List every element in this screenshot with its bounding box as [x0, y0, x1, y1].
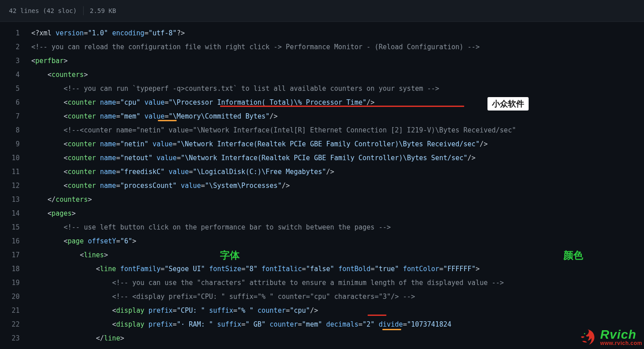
code-line[interactable]: 10 <counter name="netout" value="\Networ…	[0, 151, 644, 165]
line-number[interactable]: 8	[0, 123, 31, 137]
line-code: <counter name="freediskC" value="\Logica…	[31, 165, 644, 179]
code-viewer[interactable]: 1<?xml version="1.0" encoding="utf-8"?>2…	[0, 22, 644, 345]
code-line[interactable]: 13 </counters>	[0, 193, 644, 207]
token-pi	[153, 154, 157, 162]
line-number[interactable]: 6	[0, 96, 31, 110]
token-ang: <	[64, 112, 68, 120]
token-tag: line	[104, 334, 120, 342]
code-line[interactable]: 20 <!-- <display prefix="CPU: " suffix="…	[0, 290, 644, 304]
line-number[interactable]: 1	[0, 26, 31, 40]
line-number[interactable]: 23	[0, 332, 31, 345]
code-line[interactable]: 22 <display prefix="· RAM: " suffix=" GB…	[0, 318, 644, 332]
watermark-url: www.rvich.com	[600, 340, 642, 346]
code-line[interactable]: 5 <!-- you can run `typeperf -q>counters…	[0, 82, 644, 96]
line-number[interactable]: 7	[0, 110, 31, 123]
token-ang: =	[201, 182, 205, 190]
token-str: "netout"	[120, 154, 153, 162]
token-pi	[165, 168, 169, 176]
token-ang: =	[116, 112, 120, 120]
code-line[interactable]: 6 <counter name="cpu" value="\Processor …	[0, 96, 644, 110]
token-attr: fontItalic	[262, 265, 302, 273]
token-str: "mem"	[302, 320, 322, 328]
file-info-header: 42 lines (42 sloc) 2.59 KB	[0, 0, 644, 22]
token-ang: >	[64, 57, 68, 65]
line-number[interactable]: 18	[0, 262, 31, 276]
token-ang: />	[270, 112, 278, 120]
token-ang: =	[165, 98, 169, 106]
token-attr: suffix	[209, 306, 233, 315]
line-number[interactable]: 9	[0, 137, 31, 151]
token-str: "2"	[363, 320, 375, 328]
code-line[interactable]: 7 <counter name="mem" value="\Memory\Com…	[0, 110, 644, 123]
line-number[interactable]: 19	[0, 276, 31, 290]
code-line[interactable]: 4 <counters>	[0, 68, 644, 82]
code-line[interactable]: 12 <counter name="processCount" value="\…	[0, 179, 644, 193]
token-tag: lines	[84, 251, 104, 259]
token-ang: =	[189, 168, 193, 176]
line-number[interactable]: 21	[0, 304, 31, 318]
token-str: "cpu"	[290, 306, 310, 315]
token-tag: page	[68, 237, 88, 245]
token-ang: =	[403, 320, 407, 328]
line-number[interactable]: 5	[0, 82, 31, 96]
code-line[interactable]: 23 </line>	[0, 332, 644, 345]
token-str: "\Network Interface(Realtek PCIe GBE Fam…	[181, 154, 467, 162]
token-str: "6"	[120, 237, 132, 245]
token-attr: counter	[270, 320, 298, 328]
code-line[interactable]: 8 <!--<counter name="netin" value="\Netw…	[0, 123, 644, 137]
token-ang: <	[64, 98, 68, 106]
code-line[interactable]: 21 <display prefix="CPU: " suffix="% " c…	[0, 304, 644, 318]
token-tag: counters	[55, 196, 88, 204]
token-tag: counter	[68, 140, 100, 148]
line-number[interactable]: 16	[0, 234, 31, 248]
line-number[interactable]: 2	[0, 40, 31, 54]
line-number[interactable]: 10	[0, 151, 31, 165]
code-line[interactable]: 11 <counter name="freediskC" value="\Log…	[0, 165, 644, 179]
line-code: <!-- you can use the "characters" attrib…	[31, 276, 644, 290]
lines-count-label: 42 lines (42 sloc)	[9, 7, 77, 14]
token-ang: =	[116, 237, 120, 245]
line-number[interactable]: 22	[0, 318, 31, 332]
code-line[interactable]: 19 <!-- you can use the "characters" att…	[0, 276, 644, 290]
token-ang: >	[72, 209, 76, 217]
code-line[interactable]: 15 <!-- use left button click on the per…	[0, 221, 644, 234]
line-number[interactable]: 4	[0, 68, 31, 82]
token-attr: fontSize	[209, 265, 241, 273]
code-line[interactable]: 3<perfbar>	[0, 54, 644, 68]
token-str: "netin"	[120, 140, 148, 148]
token-tag: counter	[68, 112, 100, 120]
token-ang: <	[64, 168, 68, 176]
code-line[interactable]: 16 <page offsetY="6">	[0, 234, 644, 248]
line-number[interactable]: 12	[0, 179, 31, 193]
token-attr: name	[100, 98, 116, 106]
line-number[interactable]: 13	[0, 193, 31, 207]
line-number[interactable]: 17	[0, 248, 31, 262]
token-str: "· RAM: "	[177, 320, 213, 328]
line-number[interactable]: 20	[0, 290, 31, 304]
code-line[interactable]: 17 <lines>	[0, 248, 644, 262]
code-line[interactable]: 14 <pages>	[0, 207, 644, 221]
line-number[interactable]: 3	[0, 54, 31, 68]
line-number[interactable]: 15	[0, 221, 31, 234]
line-code: <counters>	[31, 68, 644, 82]
token-ang: />	[479, 140, 487, 148]
token-attr: version	[55, 29, 84, 37]
token-str: "false"	[306, 265, 334, 273]
token-ang: </	[47, 196, 55, 204]
code-line[interactable]: 2<!-- you can reload the configuration f…	[0, 40, 644, 54]
token-attr: value	[153, 140, 173, 148]
code-line[interactable]: 1<?xml version="1.0" encoding="utf-8"?>	[0, 26, 644, 40]
token-ang: />	[310, 306, 318, 315]
token-tag: perfbar	[35, 57, 64, 65]
line-number[interactable]: 11	[0, 165, 31, 179]
line-number[interactable]: 14	[0, 207, 31, 221]
code-line[interactable]: 18 <line fontFamily="Segoe UI" fontSize=…	[0, 262, 644, 276]
token-ang: =	[233, 306, 237, 315]
token-pi	[148, 140, 153, 148]
line-code: </line>	[31, 332, 644, 345]
token-str: "\System\Processes"	[205, 182, 282, 190]
token-tag: pages	[51, 209, 72, 217]
code-line[interactable]: 9 <counter name="netin" value="\Network …	[0, 137, 644, 151]
token-pi	[140, 112, 144, 120]
token-attr: fontColor	[403, 265, 439, 273]
